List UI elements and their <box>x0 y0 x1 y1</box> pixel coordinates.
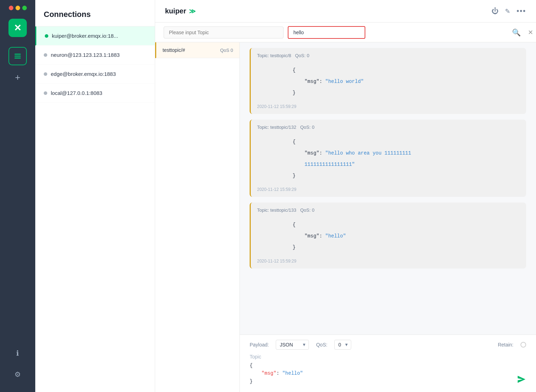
topics-panel: testtopic/# QoS 0 <box>155 42 240 392</box>
message-body-1: { "msg": "hello world" } <box>257 62 520 101</box>
sidebar: ✕ + ℹ ⚙ <box>0 0 35 392</box>
connection-name: kuiper <box>165 7 186 15</box>
connections-header: Connections <box>35 0 155 26</box>
message-body-3: { "msg": "hello" } <box>257 216 520 256</box>
topic-item-testtopic[interactable]: testtopic/# QoS 0 <box>155 42 239 58</box>
sidebar-item-connections[interactable] <box>8 47 27 65</box>
topic-input[interactable] <box>164 26 284 38</box>
connection-label: edge@broker.emqx.io:1883 <box>51 71 116 77</box>
more-button[interactable]: ••• <box>517 7 526 15</box>
retain-label: Retain: <box>498 342 513 348</box>
sidebar-item-info[interactable]: ℹ <box>8 344 27 362</box>
svg-rect-0 <box>14 54 21 55</box>
qos-select[interactable]: 0 1 2 <box>334 340 351 350</box>
topic-name: testtopic/# <box>163 47 185 53</box>
messages-area: Topic: testtopic/8 QoS: 0 { "msg": "hell… <box>240 42 536 334</box>
add-icon: + <box>15 72 20 83</box>
message-body-2: { "msg": "hello who area you 111111111 1… <box>257 133 520 184</box>
compose-body: { "msg": "hello" } <box>250 362 303 386</box>
filter-input-wrapper <box>288 26 365 39</box>
filter-input[interactable] <box>288 26 365 39</box>
settings-icon: ⚙ <box>14 370 21 379</box>
svg-rect-1 <box>14 56 21 57</box>
connection-item-edge[interactable]: edge@broker.emqx.io:1883 <box>35 65 155 84</box>
connections-title: Connections <box>44 10 91 19</box>
sidebar-item-add[interactable]: + <box>8 68 27 86</box>
compose-area: Payload: JSON Plaintext Base64 Hex ▼ QoS… <box>240 334 536 392</box>
clear-button[interactable]: ✕ <box>525 29 536 36</box>
message-card-2: Topic: testtopic/132 QoS: 0 { "msg": "he… <box>250 120 526 197</box>
topbar: kuiper ≫ ⏻ ✎ ••• <box>155 0 536 23</box>
compose-options-row: Payload: JSON Plaintext Base64 Hex ▼ QoS… <box>250 340 526 350</box>
qos-badge: QoS 0 <box>220 48 233 53</box>
connection-status-dot <box>44 91 47 95</box>
main-area: kuiper ≫ ⏻ ✎ ••• 🔍 ✕ <box>155 0 536 392</box>
connection-status-dot <box>45 34 48 38</box>
close-button[interactable] <box>9 6 13 10</box>
connection-label: neuron@123.123.123.1:1883 <box>51 52 120 58</box>
retain-toggle[interactable] <box>520 342 526 348</box>
connection-status-dot <box>44 53 47 57</box>
topbar-actions: ⏻ ✎ ••• <box>492 7 526 15</box>
topic-input-wrapper <box>164 26 284 38</box>
minimize-button[interactable] <box>16 6 20 10</box>
message-topic: Topic: testtopic/132 <box>257 125 296 130</box>
more-icon: ••• <box>517 7 526 15</box>
connection-item-neuron[interactable]: neuron@123.123.123.1:1883 <box>35 46 155 65</box>
window-controls <box>9 6 27 10</box>
message-qos: QoS: 0 <box>295 53 309 58</box>
svg-rect-2 <box>14 58 21 59</box>
info-icon: ℹ <box>16 349 19 357</box>
connection-item-kuiper[interactable]: kuiper@broker.emqx.io:18... <box>35 26 155 46</box>
subscription-bar: 🔍 ✕ <box>155 23 536 42</box>
chevron-down-icon: ≫ <box>189 7 196 15</box>
qos-label: QoS: <box>316 342 327 348</box>
message-qos: QoS: 0 <box>300 125 314 130</box>
message-meta-1: Topic: testtopic/8 QoS: 0 <box>257 53 520 58</box>
edit-button[interactable]: ✎ <box>505 7 510 15</box>
send-icon <box>516 374 526 384</box>
message-topic: Topic: testtopic/8 <box>257 53 291 58</box>
connections-panel: Connections kuiper@broker.emqx.io:18... … <box>35 0 155 392</box>
send-button[interactable] <box>516 374 526 386</box>
connection-label: local@127.0.0.1:8083 <box>51 90 102 96</box>
message-timestamp-3: 2020-11-12 15:59:29 <box>257 259 520 264</box>
connection-label: kuiper@broker.emqx.io:18... <box>52 33 118 39</box>
edit-icon: ✎ <box>505 7 510 15</box>
message-timestamp-2: 2020-11-12 15:59:29 <box>257 187 520 192</box>
sidebar-icon-app[interactable]: ✕ <box>8 19 27 37</box>
content-body: testtopic/# QoS 0 Topic: testtopic/8 QoS… <box>155 42 536 392</box>
connections-icon <box>14 52 22 60</box>
sidebar-item-settings[interactable]: ⚙ <box>8 365 27 384</box>
message-meta-3: Topic: testtopic/133 QoS: 0 <box>257 207 520 213</box>
connection-item-local[interactable]: local@127.0.0.1:8083 <box>35 84 155 103</box>
connection-status-dot <box>44 72 47 76</box>
payload-select[interactable]: JSON Plaintext Base64 Hex <box>276 340 309 350</box>
message-card-1: Topic: testtopic/8 QoS: 0 { "msg": "hell… <box>250 48 526 114</box>
payload-label: Payload: <box>250 342 269 348</box>
power-icon: ⏻ <box>492 7 499 15</box>
app-logo: ✕ <box>14 23 22 34</box>
payload-select-wrapper: JSON Plaintext Base64 Hex ▼ <box>276 340 309 350</box>
message-qos: QoS: 0 <box>300 207 314 213</box>
qos-select-wrapper: 0 1 2 ▼ <box>334 340 351 350</box>
power-button[interactable]: ⏻ <box>492 7 499 15</box>
message-meta-2: Topic: testtopic/132 QoS: 0 <box>257 125 520 130</box>
clear-icon: ✕ <box>528 29 533 36</box>
search-icon: 🔍 <box>512 29 521 36</box>
search-button[interactable]: 🔍 <box>508 28 525 37</box>
message-timestamp-1: 2020-11-12 15:59:29 <box>257 104 520 109</box>
compose-topic-label: Topic <box>250 354 526 360</box>
messages-compose-area: Topic: testtopic/8 QoS: 0 { "msg": "hell… <box>240 42 536 392</box>
message-topic: Topic: testtopic/133 <box>257 207 296 213</box>
compose-body-row: { "msg": "hello" } <box>250 362 526 386</box>
maximize-button[interactable] <box>22 6 27 10</box>
message-card-3: Topic: testtopic/133 QoS: 0 { "msg": "he… <box>250 203 526 269</box>
topbar-title: kuiper ≫ <box>165 7 196 15</box>
